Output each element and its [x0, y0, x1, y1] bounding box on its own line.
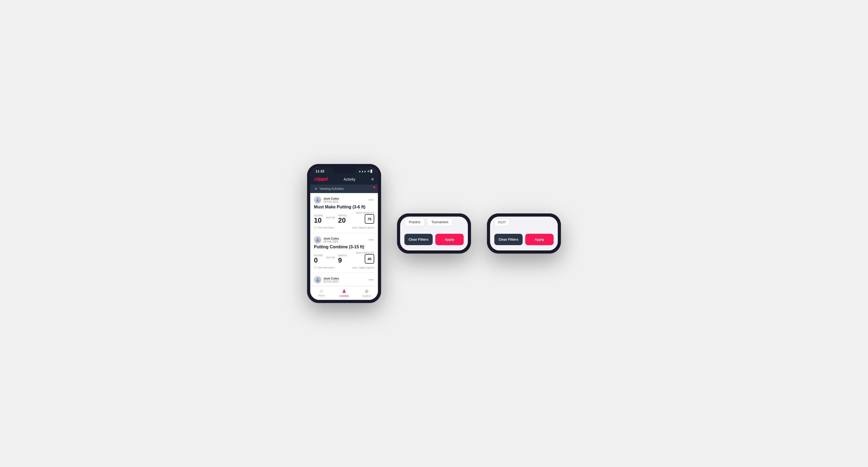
quality-group-1: Shot Quality 75 — [356, 212, 374, 224]
bottom-nav: ⌂ Home ♟ Activities ⊕ Capture — [310, 286, 378, 300]
user-date-3: 28 Feb 2023 — [323, 280, 339, 283]
card-header-3: Josh Coles 28 Feb 2023 ••• — [314, 276, 374, 283]
card-menu-3[interactable]: ••• — [369, 278, 374, 282]
filter-modal-3: Filter ✕ Show Rounds Practice Drills Pra… — [490, 217, 558, 250]
footer-info-2: ⓘ Test Information — [314, 266, 335, 270]
avatar-row-3: Josh Coles 28 Feb 2023 — [314, 276, 339, 283]
modal-actions-2: Clear Filters Apply — [400, 229, 468, 246]
shots-group-2: Shots 9 — [338, 254, 347, 263]
nav-capture-label: Capture — [362, 294, 371, 297]
user-name-2: Josh Coles — [323, 237, 339, 240]
data-source-1: Data: Clippd Capture — [352, 226, 374, 229]
activities-icon: ♟ — [342, 288, 346, 294]
nav-activities[interactable]: ♟ Activities — [333, 288, 355, 297]
wifi-icon: ⊙ — [367, 170, 369, 173]
activity-title-2: Putting Combine (3-15 ft) — [314, 245, 374, 249]
filter-modal-2: Filter ✕ Show Rounds Practice Drills Rou… — [400, 217, 468, 250]
apply-btn-3[interactable]: Apply — [525, 234, 554, 245]
notch — [332, 167, 356, 174]
user-date-2: 28 Feb 2023 — [323, 240, 339, 243]
putt-btn-3[interactable]: PUTT — [494, 218, 510, 226]
data-source-2: Data: Clippd Capture — [352, 266, 374, 269]
quality-badge-1: 75 — [365, 214, 374, 224]
user-info-1: Josh Coles 28 Feb 2023 — [323, 197, 339, 203]
avatar-inner-3 — [314, 277, 321, 283]
header-title: Activity — [344, 177, 355, 181]
home-icon: ⌂ — [320, 288, 323, 294]
clear-filters-btn-2[interactable]: Clear Filters — [404, 234, 433, 245]
rounds-section-2: Rounds Practice Tournament — [400, 217, 468, 229]
filter-drills-buttons-3: OTT APP ARG PUTT — [494, 217, 554, 226]
tournament-btn-2[interactable]: Tournament — [427, 218, 453, 226]
activity-card-3: Josh Coles 28 Feb 2023 ••• — [310, 273, 378, 286]
quality-badge-2: 45 — [365, 254, 374, 263]
practice-drills-section-3: Practice Drills OTT APP ARG PUTT — [490, 217, 558, 229]
signal-icon: ▲▲▲ — [359, 170, 366, 173]
viewing-dot — [373, 186, 375, 188]
info-text-2: Test Information — [318, 266, 335, 269]
card-header-2: Josh Coles 28 Feb 2023 ••• — [314, 236, 374, 244]
viewing-bar-text: Viewing Activities — [319, 187, 344, 191]
avatar-row-2: Josh Coles 28 Feb 2023 — [314, 236, 339, 244]
menu-icon[interactable]: ≡ — [371, 177, 374, 182]
avatar-1 — [314, 196, 321, 204]
phone-1: 11:33 ▲▲▲ ⊙ ▊ clippd Activity ≡ ⚙ Viewin… — [307, 164, 381, 303]
user-info-3: Josh Coles 28 Feb 2023 — [323, 277, 339, 283]
scene: 11:33 ▲▲▲ ⊙ ▊ clippd Activity ≡ ⚙ Viewin… — [291, 148, 577, 319]
score-value-1: 10 — [314, 217, 323, 224]
quality-label-2: Shot Quality — [356, 251, 374, 254]
nav-home-label: Home — [318, 294, 325, 297]
out-of-2: OUT OF — [326, 256, 335, 259]
card-footer-1: ⓘ Test Information Data: Clippd Capture — [314, 226, 374, 229]
svg-point-1 — [317, 238, 318, 240]
filter-rounds-buttons-2: Practice Tournament — [404, 218, 464, 226]
avatar-2 — [314, 236, 321, 244]
capture-icon: ⊕ — [365, 288, 369, 294]
avatar-inner-2 — [314, 237, 321, 243]
status-icons: ▲▲▲ ⊙ ▊ — [359, 170, 373, 173]
stats-row-1: Score 10 OUT OF Shots 20 Shot Quality 75 — [314, 212, 374, 224]
card-menu-1[interactable]: ••• — [369, 198, 374, 202]
shots-group-1: Shots 20 — [338, 214, 347, 224]
avatar-3 — [314, 276, 321, 283]
user-name-3: Josh Coles — [323, 277, 339, 280]
activity-card-1: Josh Coles 28 Feb 2023 ••• Must Make Put… — [310, 193, 378, 233]
card-menu-2[interactable]: ••• — [369, 238, 374, 242]
activity-title-1: Must Make Putting (3-6 ft) — [314, 205, 374, 210]
user-info-2: Josh Coles 28 Feb 2023 — [323, 237, 339, 243]
status-time: 11:33 — [315, 169, 324, 173]
logo: clippd — [314, 176, 328, 182]
battery-icon: ▊ — [371, 170, 373, 173]
practice-btn-2[interactable]: Practice — [404, 218, 425, 226]
info-text-1: Test Information — [318, 226, 335, 229]
nav-capture[interactable]: ⊕ Capture — [355, 288, 378, 297]
user-date-1: 28 Feb 2023 — [323, 200, 339, 203]
avatar-row-1: Josh Coles 28 Feb 2023 — [314, 196, 339, 204]
footer-info-1: ⓘ Test Information — [314, 226, 335, 229]
score-value-2: 0 — [314, 257, 323, 263]
card-footer-2: ⓘ Test Information Data: Clippd Capture — [314, 266, 374, 270]
activity-card-2: Josh Coles 28 Feb 2023 ••• Putting Combi… — [310, 233, 378, 273]
score-group-2: Score 0 — [314, 254, 323, 263]
stats-row-2: Score 0 OUT OF Shots 9 Shot Quality 45 — [314, 251, 374, 263]
viewing-activities-bar[interactable]: ⚙ Viewing Activities — [310, 185, 378, 193]
out-of-1: OUT OF — [326, 216, 335, 219]
modal-actions-3: Clear Filters Apply — [490, 229, 558, 246]
svg-point-0 — [317, 198, 318, 200]
quality-group-2: Shot Quality 45 — [356, 251, 374, 263]
avatar-inner-1 — [314, 197, 321, 203]
card-header-1: Josh Coles 28 Feb 2023 ••• — [314, 196, 374, 204]
quality-label-1: Shot Quality — [356, 212, 374, 214]
phone-3-screen: 11:33 ▲▲▲ ⊙ ▊ clippd Activity ≡ ⚙ Viewin… — [490, 217, 558, 250]
apply-btn-2[interactable]: Apply — [435, 234, 464, 245]
clear-filters-btn-3[interactable]: Clear Filters — [494, 234, 523, 245]
shots-value-2: 9 — [338, 257, 347, 263]
phone-3: 11:33 ▲▲▲ ⊙ ▊ clippd Activity ≡ ⚙ Viewin… — [487, 213, 561, 254]
user-name-1: Josh Coles — [323, 197, 339, 200]
phone-2: 11:33 ▲▲▲ ⊙ ▊ clippd Activity ≡ ⚙ Viewin… — [397, 213, 471, 254]
svg-point-2 — [317, 278, 318, 280]
phone-1-screen: 11:33 ▲▲▲ ⊙ ▊ clippd Activity ≡ ⚙ Viewin… — [310, 167, 378, 300]
nav-home[interactable]: ⌂ Home — [310, 288, 333, 297]
phone-2-screen: 11:33 ▲▲▲ ⊙ ▊ clippd Activity ≡ ⚙ Viewin… — [400, 217, 468, 250]
score-group-1: Score 10 — [314, 214, 323, 224]
